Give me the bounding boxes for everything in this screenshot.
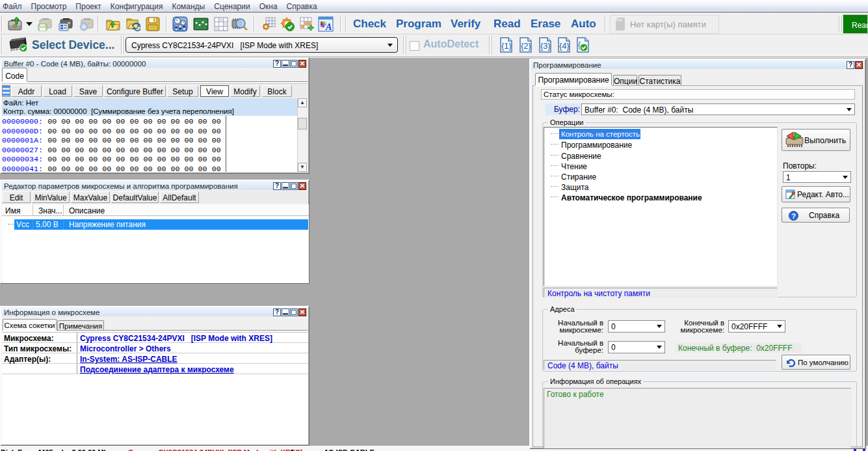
svg-text:{3}: {3}: [540, 41, 551, 51]
svg-text:?: ?: [791, 212, 796, 220]
svg-text:{4}: {4}: [559, 41, 570, 51]
svg-text:A: A: [325, 22, 332, 32]
svg-text:{2}: {2}: [521, 41, 532, 51]
svg-text:{1}: {1}: [501, 41, 512, 51]
